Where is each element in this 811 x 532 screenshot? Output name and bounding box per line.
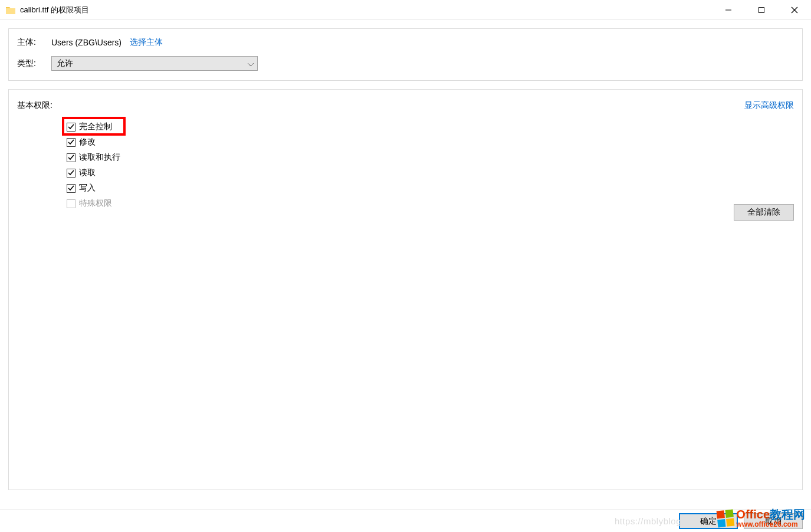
cancel-button[interactable]: 取消	[744, 513, 803, 529]
permission-label: 写入	[79, 183, 96, 193]
permission-checkbox[interactable]	[67, 169, 75, 178]
permission-item: 读取	[67, 165, 794, 180]
minimize-button[interactable]	[712, 0, 745, 19]
permission-checkbox	[67, 199, 75, 208]
principal-label: 主体:	[17, 37, 51, 48]
permission-checkbox[interactable]	[67, 153, 75, 162]
maximize-button[interactable]	[745, 0, 778, 19]
folder-icon	[6, 6, 15, 14]
clear-all-label: 全部清除	[747, 207, 780, 218]
type-row: 类型: 允许	[17, 56, 794, 71]
content: 主体: Users (ZBG\Users) 选择主体 类型: 允许 基本权限: …	[0, 20, 811, 490]
permission-item: 完全控制	[67, 119, 794, 134]
type-select-value: 允许	[57, 58, 73, 69]
principal-row: 主体: Users (ZBG\Users) 选择主体	[17, 37, 794, 48]
show-advanced-link[interactable]: 显示高级权限	[744, 100, 794, 111]
permission-checkbox[interactable]	[67, 184, 75, 193]
svg-line-2	[792, 7, 797, 13]
select-principal-link[interactable]: 选择主体	[130, 37, 163, 48]
chevron-down-icon	[248, 59, 254, 68]
svg-line-3	[792, 7, 797, 13]
titlebar: calibri.ttf 的权限项目	[0, 0, 811, 20]
titlebar-left: calibri.ttf 的权限项目	[6, 5, 89, 15]
ok-label: 确定	[700, 516, 717, 527]
permission-label: 读取	[79, 168, 96, 178]
type-select[interactable]: 允许	[51, 56, 258, 71]
principal-value: Users (ZBG\Users)	[51, 38, 122, 47]
ok-button[interactable]: 确定	[679, 513, 738, 529]
permissions-list: 完全控制修改读取和执行读取写入特殊权限	[67, 119, 794, 211]
permission-item: 修改	[67, 134, 794, 150]
permission-label: 完全控制	[79, 121, 112, 132]
permissions-panel: 基本权限: 显示高级权限 完全控制修改读取和执行读取写入特殊权限 全部清除	[8, 89, 803, 490]
svg-rect-1	[759, 7, 764, 12]
permission-label: 读取和执行	[79, 152, 120, 163]
permission-checkbox[interactable]	[67, 138, 75, 147]
window-title: calibri.ttf 的权限项目	[20, 5, 89, 15]
permission-label: 特殊权限	[79, 198, 112, 209]
footer: 确定 取消	[0, 510, 811, 532]
permission-checkbox[interactable]	[67, 123, 75, 132]
window-controls	[712, 0, 811, 19]
close-button[interactable]	[778, 0, 811, 19]
permission-item: 写入	[67, 180, 794, 196]
clear-all-button[interactable]: 全部清除	[734, 204, 794, 221]
header-panel: 主体: Users (ZBG\Users) 选择主体 类型: 允许	[8, 28, 803, 81]
type-label: 类型:	[17, 58, 51, 69]
permissions-section-label: 基本权限:	[17, 100, 52, 111]
cancel-label: 取消	[765, 516, 782, 527]
permission-item: 读取和执行	[67, 150, 794, 165]
permission-item: 特殊权限	[67, 196, 794, 211]
permissions-header: 基本权限: 显示高级权限	[17, 100, 794, 111]
permission-label: 修改	[79, 137, 96, 147]
